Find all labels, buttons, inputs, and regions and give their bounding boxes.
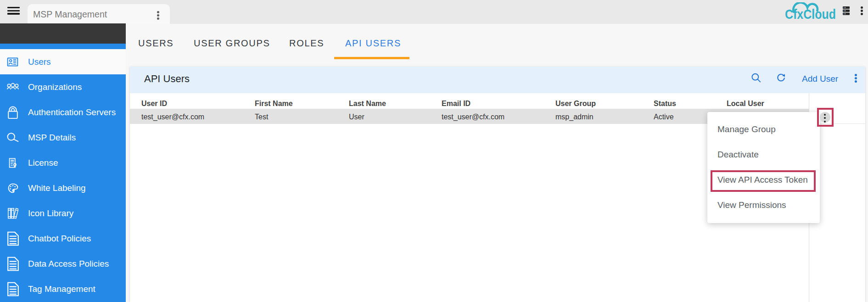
svg-text:CfxCloud: CfxCloud	[785, 6, 836, 20]
